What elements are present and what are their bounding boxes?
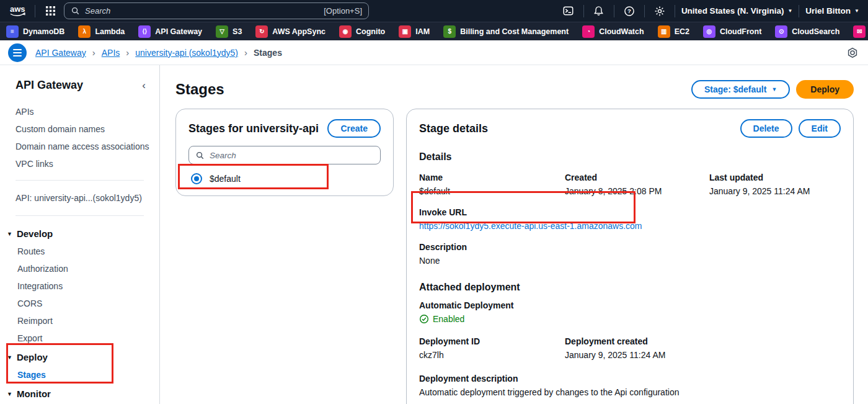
- stages-search-input[interactable]: [210, 151, 374, 160]
- invoke-url-label: Invoke URL: [419, 207, 841, 217]
- cloudsearch-icon: ⊙: [775, 25, 787, 38]
- divider: [16, 215, 144, 216]
- favorite-lambda[interactable]: λLambda: [78, 25, 125, 38]
- check-circle-icon: [419, 314, 429, 324]
- svg-text:aws: aws: [10, 4, 25, 14]
- favorite-dynamodb[interactable]: ≡DynamoDB: [6, 25, 64, 38]
- stages-list-panel: Stages for university-api Create $defaul…: [175, 109, 394, 196]
- cloudwatch-icon: ◔: [582, 25, 595, 38]
- divider: [614, 5, 614, 17]
- settings-gear-icon[interactable]: [651, 2, 668, 20]
- services-grid-icon[interactable]: [42, 2, 59, 20]
- favorite-billing[interactable]: $Billing and Cost Management: [443, 25, 569, 38]
- region-selector[interactable]: United States (N. Virginia) ▼: [681, 6, 792, 16]
- sidebar-deploy-list: Stages: [0, 366, 159, 384]
- sns-icon: ✉: [853, 25, 866, 38]
- sidebar-item-apis[interactable]: APIs: [0, 103, 159, 120]
- create-stage-button[interactable]: Create: [327, 119, 381, 138]
- sidebar-develop-list: Routes Authorization Integrations CORS R…: [0, 243, 159, 347]
- sidebar-collapse-icon[interactable]: ‹: [142, 80, 146, 91]
- details-heading: Details: [419, 151, 841, 163]
- created-value: January 8, 2025 2:08 PM: [565, 186, 709, 196]
- sidebar-section-develop[interactable]: ▼ Develop: [0, 223, 159, 243]
- sidebar-item-routes[interactable]: Routes: [0, 243, 159, 260]
- notifications-bell-icon[interactable]: [590, 2, 608, 20]
- s3-icon: ▽: [216, 25, 228, 38]
- divider: [799, 5, 799, 17]
- favorite-cloudfront[interactable]: ◎CloudFront: [703, 25, 761, 38]
- sidebar-item-export[interactable]: Export: [0, 330, 159, 347]
- breadcrumb: API Gateway › APIs › university-api (sok…: [35, 47, 282, 58]
- global-search-input[interactable]: Search [Option+S]: [64, 2, 369, 19]
- deployment-description-value: Automatic deployment triggered by change…: [419, 387, 841, 397]
- content-area: API Gateway ‹ APIs Custom domain names D…: [0, 65, 868, 404]
- edit-button[interactable]: Edit: [799, 119, 841, 138]
- billing-icon: $: [443, 25, 456, 38]
- automatic-deployment-field: Automatic Deployment Enabled: [419, 300, 841, 324]
- appsync-icon: ↻: [255, 25, 268, 38]
- favorite-cloudwatch[interactable]: ◔CloudWatch: [582, 25, 644, 38]
- name-label: Name: [419, 173, 565, 182]
- chevron-down-icon: ▼: [787, 8, 792, 14]
- search-shortcut-hint: [Option+S]: [324, 6, 362, 16]
- favorite-sns[interactable]: ✉Simple Notification Service: [853, 25, 868, 38]
- breadcrumb-bar: API Gateway › APIs › university-api (sok…: [0, 40, 868, 65]
- favorite-appsync[interactable]: ↻AWS AppSync: [255, 25, 326, 38]
- cloudfront-icon: ◎: [703, 25, 715, 38]
- sidebar-item-authorization[interactable]: Authorization: [0, 260, 159, 277]
- attached-deployment-heading: Attached deployment: [419, 282, 841, 293]
- sidebar-section-monitor[interactable]: ▼ Monitor: [0, 384, 159, 403]
- breadcrumb-current-stages: Stages: [254, 48, 282, 58]
- cloudshell-icon[interactable]: [560, 2, 577, 20]
- divider: [644, 5, 645, 17]
- aws-logo[interactable]: aws: [7, 4, 29, 19]
- sidebar-section-deploy[interactable]: ▼ Deploy: [0, 347, 159, 366]
- chevron-down-icon: ▼: [7, 391, 12, 397]
- sidebar-current-api-label: API: university-api...(sokol1ydy5): [0, 188, 159, 208]
- page-title: Stages: [175, 81, 224, 98]
- sidebar-item-integrations[interactable]: Integrations: [0, 277, 159, 295]
- stage-selector-dropdown[interactable]: Stage: $default ▼: [691, 80, 790, 99]
- breadcrumb-apis[interactable]: APIs: [102, 48, 120, 58]
- account-menu[interactable]: Uriel Bitton ▼: [805, 6, 859, 16]
- sidebar-item-domain-name-access-associations[interactable]: Domain name access associations: [0, 138, 159, 155]
- help-icon[interactable]: ?: [621, 2, 638, 20]
- delete-button[interactable]: Delete: [740, 119, 792, 138]
- invoke-url-link[interactable]: https://sokol1ydy5.execute-api.us-east-1…: [419, 221, 642, 231]
- stages-panel-title: Stages for university-api: [188, 122, 319, 135]
- deployment-description-label: Deployment description: [419, 374, 841, 384]
- favorite-cognito[interactable]: ◉Cognito: [339, 25, 385, 38]
- sidebar-hamburger-button[interactable]: [8, 43, 27, 62]
- sidebar-item-cors[interactable]: CORS: [0, 295, 159, 312]
- breadcrumb-separator: ›: [126, 47, 129, 58]
- deployment-created-value: January 9, 2025 11:24 AM: [565, 350, 709, 360]
- last-updated-label: Last updated: [709, 173, 841, 182]
- resource-hexagon-icon[interactable]: [847, 47, 858, 58]
- chevron-down-icon: ▼: [7, 231, 12, 237]
- favorite-iam[interactable]: ▣IAM: [399, 25, 430, 38]
- stage-list-item-default[interactable]: $default: [188, 173, 381, 184]
- favorite-cloudsearch[interactable]: ⊙CloudSearch: [775, 25, 839, 38]
- favorite-ec2[interactable]: ▥EC2: [658, 25, 689, 38]
- deploy-button[interactable]: Deploy: [796, 80, 854, 99]
- automatic-deployment-label: Automatic Deployment: [419, 300, 841, 310]
- aws-console-screen: aws Search: [0, 0, 868, 404]
- breadcrumb-university-api[interactable]: university-api (sokol1ydy5): [135, 48, 238, 58]
- favorites-services-bar: ≡DynamoDB λLambda ⟨⟩API Gateway ▽S3 ↻AWS…: [0, 22, 868, 40]
- chevron-down-icon: ▼: [771, 86, 777, 92]
- breadcrumb-separator: ›: [92, 47, 95, 58]
- radio-selected-icon[interactable]: [191, 173, 202, 184]
- deployment-created-field: Deployment created January 9, 2025 11:24…: [565, 336, 709, 360]
- sidebar-item-vpc-links[interactable]: VPC links: [0, 155, 159, 173]
- sidebar-item-reimport[interactable]: Reimport: [0, 312, 159, 330]
- breadcrumb-api-gateway[interactable]: API Gateway: [35, 48, 86, 58]
- last-updated-field: Last updated January 9, 2025 11:24 AM: [709, 173, 841, 196]
- enabled-text: Enabled: [433, 314, 464, 324]
- favorite-s3[interactable]: ▽S3: [216, 25, 242, 38]
- sidebar-item-custom-domain-names[interactable]: Custom domain names: [0, 120, 159, 138]
- api-gateway-icon: ⟨⟩: [138, 25, 151, 38]
- sidebar-title: API Gateway: [16, 79, 83, 92]
- sidebar-item-stages[interactable]: Stages: [0, 366, 159, 384]
- favorite-api-gateway[interactable]: ⟨⟩API Gateway: [138, 25, 202, 38]
- deployment-id-field: Deployment ID ckz7lh: [419, 336, 565, 360]
